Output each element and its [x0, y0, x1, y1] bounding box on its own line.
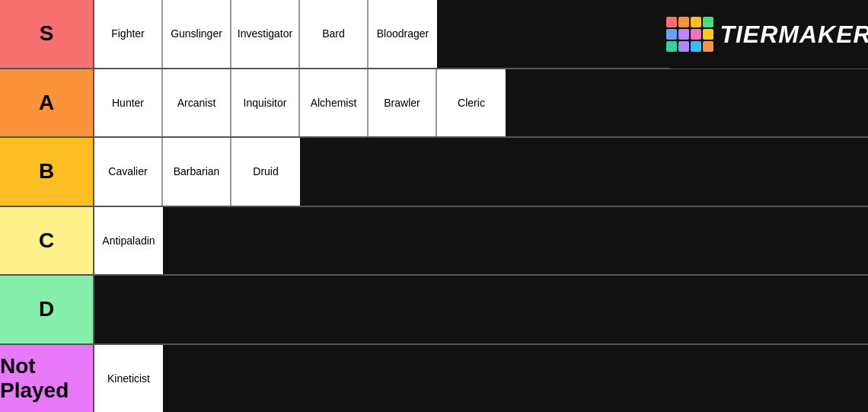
- tier-item[interactable]: Bard: [300, 0, 369, 68]
- logo-grid-cell: [666, 17, 677, 27]
- tier-item[interactable]: Antipaladin: [94, 207, 163, 275]
- logo-text: TiERMAKER: [720, 21, 868, 49]
- tier-item[interactable]: Barbarian: [163, 138, 231, 206]
- tier-item[interactable]: Kineticist: [94, 345, 163, 413]
- tier-items-d: [94, 276, 868, 343]
- tier-row-a: AHunterArcanistInquisitorAlchemistBrawle…: [0, 69, 868, 139]
- logo-grid-cell: [703, 29, 713, 40]
- tier-label-s: S: [0, 0, 94, 68]
- logo-grid-cell: [678, 17, 689, 27]
- logo-grid-cell: [666, 41, 677, 52]
- tier-label-notplayed: Not Played: [0, 345, 94, 413]
- logo-grid-cell: [691, 17, 701, 27]
- logo-grid-cell: [703, 41, 713, 52]
- tier-row-notplayed: Not PlayedKineticist: [0, 345, 868, 413]
- tier-item[interactable]: Cleric: [437, 69, 506, 137]
- tier-item[interactable]: Arcanist: [163, 69, 231, 137]
- tier-item[interactable]: Fighter: [94, 0, 163, 68]
- tier-item[interactable]: Cavalier: [94, 138, 163, 206]
- logo-grid-cell: [691, 41, 701, 52]
- tier-items-notplayed: Kineticist: [94, 345, 868, 413]
- logo-grid-cell: [703, 17, 713, 27]
- logo-grid-cell: [666, 29, 677, 40]
- logo-grid-icon: [666, 17, 713, 52]
- tier-label-c: C: [0, 207, 94, 275]
- tier-label-a: A: [0, 69, 94, 137]
- tier-label-d: D: [0, 276, 94, 343]
- tier-item[interactable]: Gunslinger: [163, 0, 231, 68]
- tier-item[interactable]: Hunter: [94, 69, 163, 137]
- logo-grid-cell: [691, 29, 701, 40]
- tier-item[interactable]: Alchemist: [300, 69, 369, 137]
- tier-items-c: Antipaladin: [94, 207, 868, 275]
- tiermaker-logo: TiERMAKER: [670, 0, 868, 69]
- logo-grid-cell: [678, 29, 689, 40]
- tier-items-b: CavalierBarbarianDruid: [94, 138, 868, 206]
- tier-label-b: B: [0, 138, 94, 206]
- tier-item[interactable]: Inquisitor: [231, 69, 300, 137]
- logo-grid-cell: [678, 41, 689, 52]
- tier-items-a: HunterArcanistInquisitorAlchemistBrawler…: [94, 69, 868, 137]
- tier-item[interactable]: Bloodrager: [369, 0, 437, 68]
- tier-row-b: BCavalierBarbarianDruid: [0, 138, 868, 207]
- tier-item[interactable]: Druid: [231, 138, 300, 206]
- tier-row-d: D: [0, 276, 868, 345]
- tier-row-c: CAntipaladin: [0, 207, 868, 276]
- tier-item[interactable]: Investigator: [231, 0, 300, 68]
- tier-item[interactable]: Brawler: [369, 69, 437, 137]
